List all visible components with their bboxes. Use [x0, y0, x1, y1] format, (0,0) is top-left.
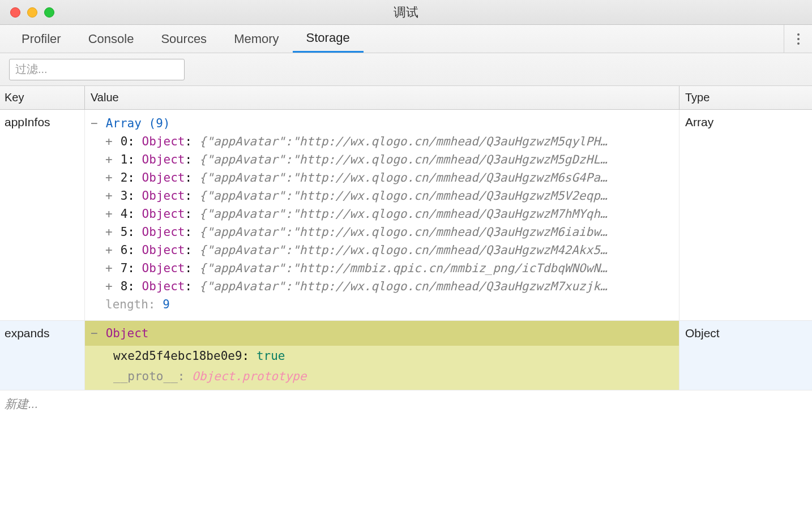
new-entry-row[interactable]: 新建... [0, 390, 812, 418]
tree-node-item[interactable]: + 8: Object: {"appAvatar":"http://wx.qlo… [105, 277, 673, 295]
tree-node-item[interactable]: + 4: Object: {"appAvatar":"http://wx.qlo… [105, 205, 673, 223]
collapse-icon[interactable]: − [91, 114, 99, 132]
tree-node-item[interactable]: + 1: Object: {"appAvatar":"http://wx.qlo… [105, 151, 673, 169]
array-header: Array (9) [106, 117, 170, 130]
type-cell: Array [679, 110, 812, 320]
table-header: Key Value Type [0, 86, 812, 110]
expand-icon[interactable]: + [105, 169, 113, 187]
collapse-icon[interactable]: − [91, 324, 99, 342]
column-header-value[interactable]: Value [85, 86, 679, 109]
tree-node-item[interactable]: + 3: Object: {"appAvatar":"http://wx.qlo… [105, 187, 673, 205]
value-cell: − Object wxe2d5f4ebc18be0e9: true __prot… [85, 321, 679, 390]
expand-icon[interactable]: + [105, 223, 113, 241]
object-token: Object [106, 326, 149, 340]
key-cell: expands [0, 321, 85, 390]
tree-node-item[interactable]: + 2: Object: {"appAvatar":"http://wx.qlo… [105, 169, 673, 187]
tree-node-item[interactable]: + 6: Object: {"appAvatar":"http://wx.qlo… [105, 241, 673, 259]
expand-icon[interactable]: + [105, 241, 113, 259]
tree-node-array[interactable]: − Array (9) [91, 114, 673, 132]
type-cell: Object [679, 321, 812, 390]
column-header-key[interactable]: Key [0, 86, 85, 109]
expand-icon[interactable]: + [105, 132, 113, 151]
filter-bar [0, 53, 812, 86]
devtools-tabs: Profiler Console Sources Memory Storage [0, 25, 812, 53]
tab-sources[interactable]: Sources [147, 25, 220, 53]
table-row[interactable]: appInfos − Array (9) + 0: Object: {"appA… [0, 110, 812, 321]
filter-input[interactable] [9, 59, 185, 80]
array-length: length: 9 [105, 295, 673, 313]
tab-console[interactable]: Console [75, 25, 148, 53]
more-menu-button[interactable] [784, 25, 812, 53]
tab-memory[interactable]: Memory [220, 25, 292, 53]
window-title: 调试 [0, 4, 812, 21]
value-cell: − Array (9) + 0: Object: {"appAvatar":"h… [85, 110, 679, 320]
expand-icon[interactable]: + [105, 259, 113, 277]
tree-node-object[interactable]: − Object [85, 321, 679, 346]
column-header-type[interactable]: Type [679, 86, 812, 109]
object-proto[interactable]: __proto__: Object.prototype [113, 367, 673, 385]
tree-node-item[interactable]: + 5: Object: {"appAvatar":"http://wx.qlo… [105, 223, 673, 241]
table-row[interactable]: expands − Object wxe2d5f4ebc18be0e9: tru… [0, 321, 812, 390]
object-property[interactable]: wxe2d5f4ebc18be0e9: true [113, 347, 673, 365]
more-icon [797, 38, 800, 40]
expand-icon[interactable]: + [105, 187, 113, 205]
tab-profiler[interactable]: Profiler [8, 25, 75, 53]
tree-node-item[interactable]: + 7: Object: {"appAvatar":"http://mmbiz.… [105, 259, 673, 277]
expand-icon[interactable]: + [105, 205, 113, 223]
tab-storage[interactable]: Storage [293, 25, 364, 53]
expand-icon[interactable]: + [105, 151, 113, 169]
key-cell: appInfos [0, 110, 85, 320]
tree-node-item[interactable]: + 0: Object: {"appAvatar":"http://wx.qlo… [105, 132, 673, 151]
storage-table-body: appInfos − Array (9) + 0: Object: {"appA… [0, 110, 812, 507]
expand-icon[interactable]: + [105, 277, 113, 295]
titlebar: 调试 [0, 0, 812, 25]
